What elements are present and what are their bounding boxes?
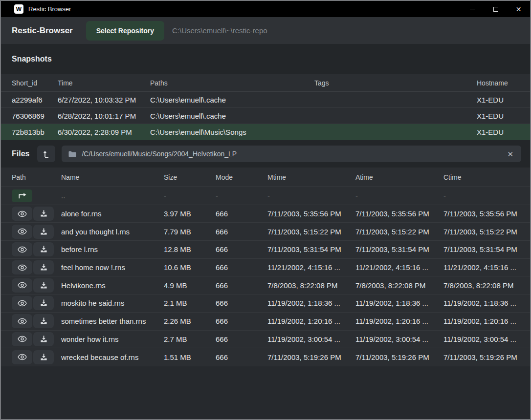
snapshot-row[interactable]: 72b813bb6/30/2022, 2:28:09 PMC:\Users\em… [1,124,530,140]
preview-file-button[interactable] [12,350,32,364]
file-atime: - [355,191,443,200]
preview-file-button[interactable] [12,207,32,221]
file-size: 1.51 MB [164,353,216,361]
snapshot-paths: C:\Users\emuell\Music\Songs [150,128,314,136]
file-size: 2.1 MB [164,299,216,307]
file-size: 2.26 MB [164,317,216,325]
file-mtime: 11/19/2002, 1:20:16 ... [267,317,355,325]
file-actions [12,242,61,256]
download-file-button[interactable] [33,225,54,239]
file-mode: 666 [216,245,267,253]
file-mtime: 7/8/2003, 8:22:08 PM [267,281,355,290]
file-mtime: 7/11/2003, 5:15:22 PM [267,228,355,236]
download-icon [40,228,47,235]
clear-path-button[interactable]: ✕ [506,150,514,158]
file-size: - [164,191,216,200]
file-actions [12,350,61,364]
snapshot-time: 6/27/2022, 10:03:32 PM [58,96,150,104]
file-size: 3.97 MB [164,210,216,218]
file-mode: 666 [216,210,267,218]
file-atime: 7/11/2003, 5:15:22 PM [355,228,443,236]
download-file-button[interactable] [33,260,54,274]
snapshot-row[interactable]: 763068696/28/2022, 10:01:17 PMC:\Users\e… [1,108,530,124]
eye-icon [18,300,27,307]
files-column-header: Atime [355,173,443,181]
eye-icon [18,282,27,289]
app-title: Restic-Browser [12,26,73,36]
file-name: moskito he said.rns [61,299,164,307]
file-name: before l.rns [61,245,164,253]
snapshots-table: Short_idTimePathsTagsHostname a2299af66/… [1,74,530,140]
file-actions [12,278,61,293]
file-actions [12,314,61,328]
eye-icon [18,228,27,235]
download-icon [40,336,47,343]
eye-icon [18,336,27,342]
file-size: 7.79 MB [164,228,216,236]
files-column-header: Name [61,173,164,181]
file-ctime: 11/19/2002, 1:18:36 ... [443,299,521,307]
arrow-up-level-icon [43,150,49,158]
download-file-button[interactable] [33,278,54,293]
eye-icon [18,264,27,271]
snapshot-short-id: 76306869 [12,112,58,120]
file-actions [12,260,61,274]
snapshots-section-header: Snapshots [1,44,530,74]
file-mode: 666 [216,317,267,325]
file-row: moskito he said.rns2.1 MB66611/19/2002, … [1,294,530,313]
go-to-parent-button[interactable] [12,189,32,202]
preview-file-button[interactable] [12,278,32,293]
files-column-header: Path [12,173,61,181]
preview-file-button[interactable] [12,296,32,310]
maximize-icon [493,7,498,12]
files-table-header: PathNameSizeModeMtimeAtimeCtime [1,168,530,187]
window-controls: ✕ [461,1,530,17]
preview-file-button[interactable] [12,332,32,346]
download-file-button[interactable] [33,242,54,256]
window-title: Restic Browser [28,5,71,13]
eye-icon [18,354,27,360]
snapshot-hostname: X1-EDU [477,96,520,104]
download-file-button[interactable] [33,350,54,364]
download-icon [40,282,47,289]
file-ctime: 7/11/2003, 5:15:22 PM [443,228,521,236]
parent-directory-button[interactable] [37,146,55,162]
snapshots-column-header: Paths [150,79,314,87]
snapshots-heading: Snapshots [12,55,52,63]
file-size: 2.7 MB [164,335,216,343]
download-file-button[interactable] [33,296,54,310]
download-icon [40,210,47,217]
file-name: Helvikone.rns [61,281,164,290]
preview-file-button[interactable] [12,260,32,274]
file-row: and you thought l.rns7.79 MB6667/11/2003… [1,223,530,241]
file-ctime: 7/11/2003, 5:19:26 PM [443,353,521,361]
close-button[interactable]: ✕ [507,1,530,17]
file-ctime: 11/19/2002, 1:20:16 ... [443,317,521,325]
file-size: 4.9 MB [164,281,216,290]
preview-file-button[interactable] [12,242,32,256]
preview-file-button[interactable] [12,225,32,239]
content-background [1,366,530,419]
snapshot-paths: C:\Users\emuell\.cache [150,96,314,104]
current-path-field[interactable]: /C/Users/emuell/Music/Songs/2004_Helveti… [62,146,521,162]
preview-file-button[interactable] [12,314,32,328]
maximize-button[interactable] [484,1,507,17]
download-file-button[interactable] [33,332,54,346]
file-mtime: 7/11/2003, 5:35:56 PM [267,210,355,218]
minimize-button[interactable] [461,1,484,17]
files-table: PathNameSizeModeMtimeAtimeCtime ..-----a… [1,168,530,366]
file-row: before l.rns12.8 MB6667/11/2003, 5:31:54… [1,241,530,259]
file-atime: 7/11/2003, 5:35:56 PM [355,210,443,218]
files-column-header: Size [164,173,216,181]
file-mode: 666 [216,353,267,361]
app-logo-icon: W [14,4,23,14]
file-name: wrecked because of.rns [61,353,164,361]
download-file-button[interactable] [33,207,54,221]
titlebar: W Restic Browser ✕ [1,1,530,17]
file-mtime: - [267,191,355,200]
snapshot-row[interactable]: a2299af66/27/2022, 10:03:32 PMC:\Users\e… [1,92,530,108]
select-repository-button[interactable]: Select Repository [86,21,164,41]
download-file-button[interactable] [33,314,54,328]
eye-icon [18,318,27,325]
snapshot-time: 6/28/2022, 10:01:17 PM [58,112,150,120]
